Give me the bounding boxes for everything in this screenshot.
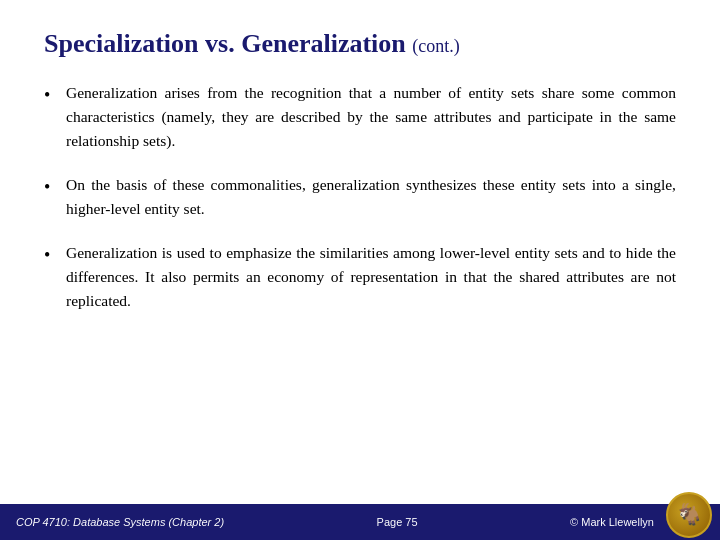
- bullet-text-2: On the basis of these commonalities, gen…: [66, 173, 676, 221]
- slide-content: Specialization vs. Generalization (cont.…: [0, 0, 720, 504]
- bullet-dot-1: •: [44, 82, 66, 110]
- footer-page: Page 75: [377, 516, 418, 528]
- title-sub: (cont.): [412, 36, 459, 56]
- title-main: Specialization vs. Generalization: [44, 29, 406, 58]
- bullet-dot-3: •: [44, 242, 66, 270]
- bullet-item-2: • On the basis of these commonalities, g…: [44, 173, 676, 221]
- bullet-item-3: • Generalization is used to emphasize th…: [44, 241, 676, 313]
- footer-course: COP 4710: Database Systems (Chapter 2): [16, 516, 224, 528]
- logo-circle: 🐐: [666, 492, 712, 538]
- bullet-item-1: • Generalization arises from the recogni…: [44, 81, 676, 153]
- bullet-dot-2: •: [44, 174, 66, 202]
- footer-copyright: © Mark Llewellyn: [570, 516, 654, 528]
- bullet-text-3: Generalization is used to emphasize the …: [66, 241, 676, 313]
- logo-symbol: 🐐: [673, 499, 706, 531]
- slide-footer: COP 4710: Database Systems (Chapter 2) P…: [0, 504, 720, 540]
- bullet-list: • Generalization arises from the recogni…: [44, 81, 676, 313]
- bullet-text-1: Generalization arises from the recogniti…: [66, 81, 676, 153]
- slide: Specialization vs. Generalization (cont.…: [0, 0, 720, 540]
- slide-title: Specialization vs. Generalization (cont.…: [44, 28, 676, 59]
- footer-logo: 🐐: [666, 492, 712, 538]
